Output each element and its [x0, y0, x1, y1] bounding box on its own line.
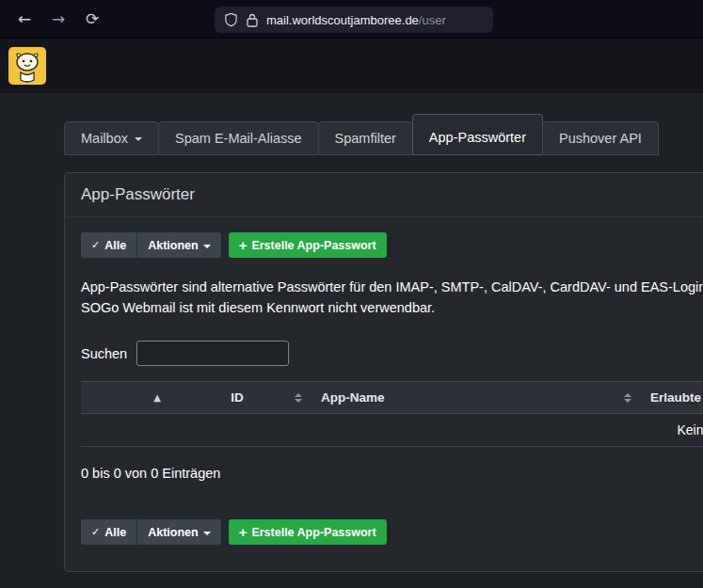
url-bar[interactable]: mail.worldscoutjamboree.de/user: [215, 7, 493, 33]
plus-icon: +: [239, 237, 248, 253]
search-label: Suchen: [81, 346, 127, 361]
tab-pushover-api[interactable]: Pushover API: [542, 121, 659, 155]
column-allowed-protocols-label: Erlaubte Protokolle: [650, 390, 703, 405]
tab-mailbox[interactable]: Mailbox: [64, 121, 159, 155]
url-text: mail.worldscoutjamboree.de/user: [266, 13, 446, 27]
caret-down-icon: [135, 137, 142, 141]
sort-icons: [624, 393, 631, 403]
actions-label: Aktionen: [148, 239, 198, 252]
plus-icon: +: [239, 524, 248, 540]
back-button[interactable]: ←: [11, 6, 38, 32]
caret-down-icon: [203, 532, 211, 535]
tab-app-passwoerter-label: App-Passwörter: [429, 130, 526, 145]
tab-spamfilter-label: Spamfilter: [335, 131, 396, 146]
selection-button-group: ✓ Alle Aktionen: [81, 519, 221, 545]
column-header-app-name[interactable]: App-Name: [312, 382, 641, 414]
panel-title: App-Passwörter: [65, 173, 703, 217]
tab-spam-email-aliasse[interactable]: Spam E-Mail-Aliasse: [158, 121, 319, 155]
select-all-label: Alle: [104, 526, 126, 539]
column-id-label: ID: [180, 390, 295, 405]
table-toolbar-bottom: ✓ Alle Aktionen + Erstelle App-Passwort: [81, 519, 703, 545]
tracking-protection-shield-icon[interactable]: [224, 12, 238, 27]
page-content: Mailbox Spam E-Mail-Aliasse Spamfilter A…: [0, 114, 703, 572]
select-all-button[interactable]: ✓ Alle: [81, 232, 137, 258]
table-header-row: ▲ ID App-Name: [81, 382, 703, 414]
site-header: [0, 39, 703, 93]
tab-pushover-api-label: Pushover API: [559, 131, 642, 146]
browser-toolbar: ← → ⟳ mail.worldscoutjamboree.de/user: [0, 0, 703, 39]
table-toolbar-top: ✓ Alle Aktionen + Erstelle App-Passwort: [81, 232, 703, 258]
select-all-button[interactable]: ✓ Alle: [81, 519, 137, 545]
actions-label: Aktionen: [148, 526, 198, 539]
create-app-password-button[interactable]: + Erstelle App-Passwort: [229, 519, 387, 545]
reload-button[interactable]: ⟳: [79, 6, 105, 32]
description-text: App-Passwörter sind alternative Passwört…: [81, 277, 703, 318]
create-app-password-button[interactable]: + Erstelle App-Passwort: [229, 232, 387, 258]
app-passwords-table: ▲ ID App-Name: [81, 381, 703, 447]
column-header-allowed-protocols[interactable]: Erlaubte Protokolle: [641, 382, 703, 414]
sort-ascending-icon: ▲: [153, 392, 161, 403]
search-row: Suchen: [81, 341, 703, 366]
tab-app-passwoerter[interactable]: App-Passwörter: [412, 114, 543, 155]
selection-button-group: ✓ Alle Aktionen: [81, 232, 221, 258]
forward-button[interactable]: →: [45, 6, 72, 32]
table-info-text: 0 bis 0 von 0 Einträgen: [81, 466, 703, 481]
description-line-1: App-Passwörter sind alternative Passwört…: [81, 277, 703, 297]
empty-table-message: Keine Daten in der Tabelle vorhanden: [81, 414, 703, 447]
select-all-label: Alle: [104, 239, 126, 252]
url-path: /user: [419, 13, 446, 27]
actions-dropdown-button[interactable]: Aktionen: [137, 519, 220, 545]
sort-icons: [295, 393, 302, 403]
search-input[interactable]: [136, 341, 289, 366]
actions-dropdown-button[interactable]: Aktionen: [137, 232, 220, 258]
tab-spam-email-aliasse-label: Spam E-Mail-Aliasse: [175, 131, 302, 146]
browser-nav-buttons: ← → ⟳: [0, 6, 105, 32]
url-domain: mail.worldscoutjamboree.de: [266, 13, 419, 27]
lock-icon[interactable]: [247, 13, 258, 27]
check-icon: ✓: [91, 526, 100, 538]
caret-down-icon: [203, 245, 211, 248]
table-empty-row: Keine Daten in der Tabelle vorhanden: [81, 414, 703, 447]
create-app-password-label: Erstelle App-Passwort: [251, 526, 375, 539]
tab-bar: Mailbox Spam E-Mail-Aliasse Spamfilter A…: [64, 114, 703, 155]
tab-mailbox-label: Mailbox: [81, 131, 128, 146]
check-icon: ✓: [91, 239, 100, 251]
site-logo[interactable]: [8, 47, 46, 85]
app-passwords-panel: App-Passwörter ✓ Alle Aktionen + Erstell: [64, 172, 703, 572]
column-header-id[interactable]: ID: [170, 382, 312, 414]
description-line-2: SOGo Webmail ist mit diesem Kennwort nic…: [81, 297, 703, 318]
column-app-name-label: App-Name: [321, 390, 385, 405]
tab-spamfilter[interactable]: Spamfilter: [318, 121, 413, 155]
create-app-password-label: Erstelle App-Passwort: [251, 239, 375, 252]
column-header-select[interactable]: ▲: [81, 382, 170, 414]
panel-body: ✓ Alle Aktionen + Erstelle App-Passwort …: [65, 217, 703, 571]
